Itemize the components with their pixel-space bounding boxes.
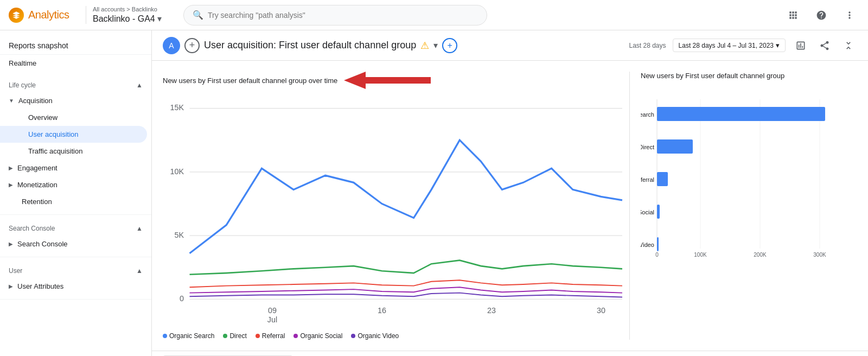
svg-text:0: 0 — [180, 294, 184, 303]
global-search[interactable]: 🔍 — [183, 5, 487, 26]
top-navigation: Analytics All accounts > Backlinko Backl… — [0, 0, 868, 30]
sidebar-item-engagement[interactable]: ▶ Engagement — [0, 160, 151, 176]
svg-rect-25 — [657, 139, 693, 154]
logo-icon — [9, 8, 24, 23]
date-range-label: Last 28 days — [629, 42, 666, 49]
collapse-button[interactable] — [840, 37, 857, 54]
sidebar-item-retention[interactable]: Retention — [0, 193, 151, 210]
main-layout: Reports snapshot Realtime Life cycle ▲ ▼… — [0, 30, 868, 356]
sidebar-item-monetization[interactable]: ▶ Monetization — [0, 176, 151, 193]
breadcrumb-path: All accounts > Backlinko — [93, 6, 173, 12]
chart-container: New users by First user default channel … — [152, 61, 868, 351]
user-chevron: ▲ — [136, 267, 143, 275]
svg-text:23: 23 — [487, 306, 496, 315]
warning-icon: ⚠ — [420, 40, 429, 52]
sc-expand-icon: ▶ — [9, 241, 13, 247]
reports-snapshot-header[interactable]: Reports snapshot — [0, 35, 151, 55]
account-breadcrumb: All accounts > Backlinko Backlinko - GA4… — [86, 6, 173, 24]
monetization-expand-icon: ▶ — [9, 182, 13, 188]
search-console-chevron: ▲ — [136, 225, 143, 232]
help-icon[interactable] — [812, 5, 831, 25]
lifecycle-section: Life cycle ▲ ▼ Acquisition Overview User… — [0, 72, 151, 215]
expand-icon: ▼ — [9, 98, 14, 104]
ua-expand-icon: ▶ — [9, 283, 13, 289]
legend-organic-search: Organic Search — [163, 332, 214, 340]
svg-rect-23 — [657, 107, 825, 121]
svg-rect-29 — [657, 205, 660, 219]
svg-text:Jul: Jul — [267, 315, 277, 324]
svg-text:Direct: Direct — [641, 144, 654, 150]
svg-text:300K: 300K — [813, 252, 826, 258]
user-section: User ▲ ▶ User Attributes — [0, 257, 151, 300]
svg-text:0: 0 — [655, 252, 659, 258]
add-comparison-button[interactable]: + — [184, 38, 200, 53]
content-area: A + User acquisition: First user default… — [152, 30, 868, 356]
avatar: A — [163, 37, 180, 54]
sidebar-item-overview[interactable]: Overview — [0, 109, 151, 126]
svg-text:Referral: Referral — [641, 176, 654, 183]
sidebar-item-acquisition[interactable]: ▼ Acquisition — [0, 92, 151, 109]
bar-chart-area: New users by First user default channel … — [629, 72, 857, 340]
top-nav-right — [783, 5, 859, 25]
svg-text:5K: 5K — [175, 231, 184, 239]
add-metric-button[interactable]: + — [442, 38, 457, 53]
sidebar-item-traffic-acquisition[interactable]: Traffic acquisition — [0, 143, 151, 160]
page-header: A + User acquisition: First user default… — [152, 30, 868, 61]
sidebar-item-realtime[interactable]: Realtime — [0, 55, 151, 72]
line-chart-area: New users by First user default channel … — [163, 72, 629, 340]
svg-text:16: 16 — [378, 306, 386, 315]
legend-dot — [293, 334, 298, 338]
svg-text:10K: 10K — [170, 167, 184, 176]
chart-type-button[interactable] — [792, 37, 809, 54]
date-range-button[interactable]: Last 28 days Jul 4 – Jul 31, 2023 ▾ — [673, 39, 786, 52]
legend-dot — [163, 334, 167, 338]
svg-rect-31 — [657, 237, 659, 251]
title-dropdown-arrow[interactable]: ▾ — [433, 40, 438, 50]
svg-text:30: 30 — [597, 306, 605, 315]
red-arrow-decoration — [344, 72, 431, 89]
app-title: Analytics — [28, 9, 69, 21]
search-console-section: Search Console ▲ ▶ Search Console — [0, 215, 151, 257]
svg-rect-27 — [657, 172, 668, 186]
legend-direct: Direct — [223, 332, 246, 340]
search-console-section-header[interactable]: Search Console ▲ — [0, 219, 151, 236]
lifecycle-chevron: ▲ — [136, 81, 143, 89]
legend-dot — [223, 334, 227, 338]
sidebar: Reports snapshot Realtime Life cycle ▲ ▼… — [0, 30, 152, 356]
bottom-bar: 🔍 Rows per page: 10 25 50 1-7 of 7 — [152, 351, 868, 356]
svg-text:Organic Social: Organic Social — [641, 209, 654, 215]
date-dropdown-arrow: ▾ — [776, 41, 780, 49]
user-section-header[interactable]: User ▲ — [0, 262, 151, 278]
svg-text:Organic Search: Organic Search — [641, 111, 654, 118]
legend-dot — [256, 334, 260, 338]
bar-chart-svg: 0 100K 200K 300K Organic Search Direct — [641, 88, 847, 262]
bar-chart-title: New users by First user default channel … — [641, 72, 857, 80]
share-button[interactable] — [816, 37, 833, 54]
svg-text:09: 09 — [268, 306, 277, 315]
sidebar-item-search-console[interactable]: ▶ Search Console — [0, 236, 151, 252]
line-chart-svg: 15K 10K 5K 0 09 Jul 16 23 30 — [163, 98, 629, 324]
page-title: User acquisition: First user default cha… — [204, 38, 625, 53]
legend-dot — [351, 334, 355, 338]
svg-text:15K: 15K — [170, 103, 184, 112]
grid-apps-icon[interactable] — [783, 5, 803, 25]
search-input[interactable] — [208, 11, 478, 20]
account-name[interactable]: Backlinko - GA4 ▾ — [93, 14, 173, 24]
engagement-expand-icon: ▶ — [9, 165, 13, 171]
legend-organic-social: Organic Social — [293, 332, 342, 340]
sidebar-item-user-acquisition[interactable]: User acquisition — [0, 126, 147, 143]
search-icon: 🔍 — [193, 10, 203, 20]
svg-text:200K: 200K — [754, 252, 767, 258]
legend-organic-video: Organic Video — [351, 332, 399, 340]
app-logo: Analytics — [9, 8, 79, 23]
more-options-icon[interactable] — [840, 5, 859, 25]
page-header-right: Last 28 days Last 28 days Jul 4 – Jul 31… — [629, 37, 858, 54]
lifecycle-section-header[interactable]: Life cycle ▲ — [0, 76, 151, 92]
account-dropdown-arrow[interactable]: ▾ — [157, 14, 162, 24]
svg-marker-0 — [344, 72, 431, 89]
legend-referral: Referral — [256, 332, 285, 340]
svg-text:100K: 100K — [694, 252, 707, 258]
line-chart-title: New users by First user default channel … — [163, 72, 629, 89]
sidebar-item-user-attributes[interactable]: ▶ User Attributes — [0, 278, 151, 295]
svg-text:Organic Video: Organic Video — [641, 241, 654, 248]
